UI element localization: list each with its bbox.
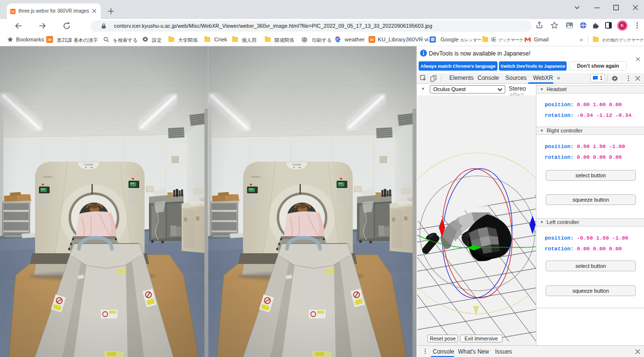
svg-text:31: 31 [431,38,434,41]
